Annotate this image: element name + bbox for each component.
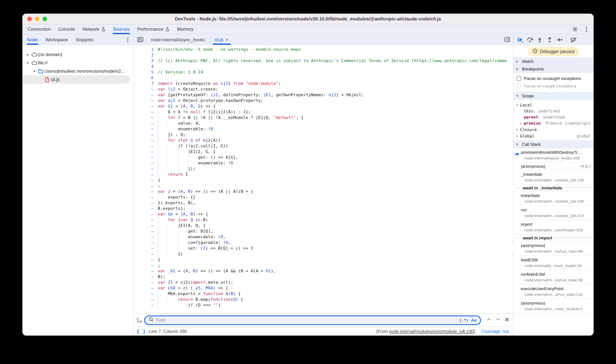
call-stack-frame[interactable]: importnode:internal/m...esm/loader:329: [514, 220, 594, 234]
replace-toggle-icon[interactable]: AB: [135, 316, 143, 324]
resume-script-icon[interactable]: [516, 35, 524, 44]
breakpoints-section-header[interactable]: ▾ Breakpoints: [514, 65, 594, 73]
line-number[interactable]: 1: [134, 47, 158, 52]
navigator-tab-snippets[interactable]: Snippets: [72, 35, 97, 45]
line-number[interactable]: 6: [134, 75, 158, 81]
line-number[interactable]: –: [134, 172, 158, 177]
minimize-window-button[interactable]: [35, 17, 40, 21]
find-input[interactable]: [156, 317, 457, 323]
tab-performance[interactable]: Performance: [134, 24, 173, 34]
line-number[interactable]: –: [134, 200, 158, 206]
source-code-view[interactable]: 1#!/usr/bin/env -S node --no-warnings --…: [134, 45, 513, 313]
line-number[interactable]: –: [134, 86, 158, 92]
call-stack-frame[interactable]: executeUserEntryPointnode:internal/m...s…: [514, 285, 594, 299]
navigator-tab-workspace[interactable]: Workspace: [42, 35, 72, 45]
step-over-icon[interactable]: [526, 35, 534, 44]
line-number[interactable]: –: [134, 251, 158, 257]
coverage-link[interactable]: Coverage: n/a: [481, 329, 509, 334]
tree-item--no-domain-[interactable]: ▸(no domain): [22, 50, 133, 59]
tab-connection[interactable]: Connection: [24, 24, 55, 34]
line-number[interactable]: 3: [134, 58, 158, 64]
line-number[interactable]: –: [134, 257, 158, 262]
line-number[interactable]: –: [134, 234, 158, 240]
line-number[interactable]: –: [134, 291, 158, 297]
breakpoint-option[interactable]: Pause on caught exceptions: [514, 82, 594, 90]
line-number[interactable]: –: [134, 143, 158, 149]
tab-sources[interactable]: Sources: [109, 24, 134, 34]
scope-group-local[interactable]: ▾Local: [514, 102, 594, 108]
tree-item-users-jinhuilee-nvm-versions-node-v2-[interactable]: ▾Users/jinhuilee/.nvm/versions/node/v2..…: [22, 67, 133, 75]
call-stack-frame[interactable]: (anonymous)node:internal/m...main_module…: [514, 299, 594, 313]
step-into-icon[interactable]: [536, 35, 544, 44]
line-number[interactable]: –: [134, 132, 158, 138]
call-stack-frame[interactable]: runnode:internal/m...module_job:214: [514, 206, 594, 220]
file-tab-cli-js[interactable]: cli.js×: [210, 35, 233, 45]
chevron-right-icon[interactable]: ▸: [25, 53, 30, 56]
scope-group-closure[interactable]: ▸Closure: [514, 126, 594, 132]
match-case-toggle[interactable]: Aa: [471, 318, 476, 322]
toggle-debugger-sidebar-icon[interactable]: [504, 35, 513, 45]
step-icon[interactable]: [555, 35, 564, 44]
close-window-button[interactable]: [27, 17, 32, 21]
line-number[interactable]: –: [134, 126, 158, 132]
hide-navigator-icon[interactable]: [134, 35, 146, 45]
line-number[interactable]: –: [134, 166, 158, 172]
checkbox[interactable]: [517, 76, 521, 81]
line-number[interactable]: –: [134, 280, 158, 285]
find-next-icon[interactable]: [495, 317, 501, 324]
line-number[interactable]: –: [134, 268, 158, 274]
line-number[interactable]: –: [134, 104, 158, 109]
line-number[interactable]: –: [134, 297, 158, 302]
call-stack-section-header[interactable]: ▾ Call Stack: [514, 141, 594, 148]
line-number[interactable]: –: [134, 194, 158, 200]
line-number[interactable]: –: [134, 149, 158, 155]
chevron-down-icon[interactable]: ▾: [25, 61, 30, 65]
tree-item-cli-js[interactable]: cli.js: [22, 75, 130, 84]
line-number[interactable]: –: [134, 138, 158, 143]
call-stack-frame[interactable]: (anonymous)node:internal/m...es/run_main…: [514, 241, 594, 256]
zoom-window-button[interactable]: [42, 17, 47, 21]
close-tab-icon[interactable]: ×: [226, 37, 228, 42]
more-options-kebab-icon[interactable]: [582, 25, 591, 33]
call-stack-frame[interactable]: promiseInitHookWithDestroyTr...node:inte…: [514, 148, 594, 162]
call-stack-frame[interactable]: loadESMnode:internal/p.../esm_loader:34: [514, 256, 594, 270]
tab-memory[interactable]: Memory: [173, 24, 197, 34]
navigator-tab-node[interactable]: Node: [23, 35, 42, 45]
call-stack-frame[interactable]: runMainESMnode:internal/m...es/run_main:…: [514, 270, 594, 285]
call-stack-frame[interactable]: (anonymous)cli.js:1: [514, 162, 594, 170]
line-number[interactable]: –: [134, 120, 158, 126]
call-stack-frame[interactable]: instantiatenode:internal/m...module_job:…: [514, 191, 594, 206]
line-number[interactable]: –: [134, 183, 158, 189]
scope-property-this[interactable]: this: undefined: [514, 108, 594, 114]
scope-group-global[interactable]: ▸Globalglobal: [514, 132, 594, 139]
step-out-icon[interactable]: [546, 35, 554, 44]
regex-toggle[interactable]: (.*): [459, 318, 468, 322]
line-number[interactable]: –: [134, 217, 158, 223]
find-previous-icon[interactable]: [486, 317, 491, 324]
line-number[interactable]: –: [134, 262, 158, 268]
line-number[interactable]: –: [134, 285, 158, 291]
line-number[interactable]: –: [134, 177, 158, 183]
line-number[interactable]: 4: [134, 64, 158, 69]
file-tab-node-internal-async-hooks[interactable]: node:internal/async_hooks: [146, 35, 210, 45]
line-number[interactable]: –: [134, 115, 158, 120]
line-number[interactable]: –: [134, 228, 158, 234]
line-number[interactable]: –: [134, 98, 158, 104]
line-number[interactable]: –: [134, 240, 158, 246]
breakpoint-option[interactable]: Pause on uncaught exceptions: [514, 75, 594, 82]
line-number[interactable]: –: [134, 302, 158, 308]
navigator-more-kebab-icon[interactable]: [123, 35, 133, 45]
line-number[interactable]: –: [134, 274, 158, 280]
source-map-link[interactable]: node:internal/modules/esm/module_job:130: [389, 329, 474, 334]
watch-section-header[interactable]: ▸ Watch: [514, 58, 594, 65]
line-number[interactable]: –: [134, 109, 158, 115]
line-number[interactable]: –: [134, 206, 158, 211]
tab-console[interactable]: Console: [55, 24, 79, 34]
deactivate-breakpoints-icon[interactable]: [569, 35, 578, 44]
line-number[interactable]: –: [134, 92, 158, 98]
line-number[interactable]: –: [134, 160, 158, 166]
line-number[interactable]: –: [134, 223, 158, 228]
line-number[interactable]: 5: [134, 69, 158, 75]
line-number[interactable]: –: [134, 155, 158, 160]
tab-network[interactable]: Network: [79, 24, 109, 34]
